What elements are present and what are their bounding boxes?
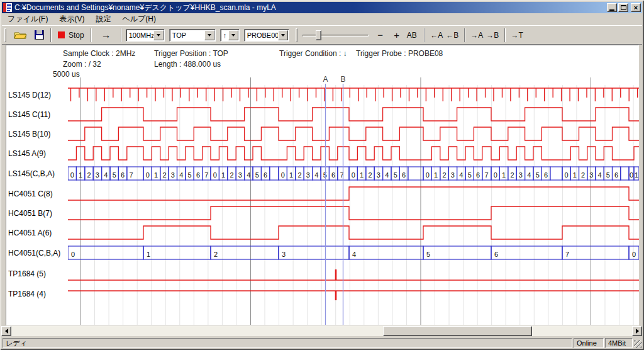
close-icon: × (634, 4, 638, 11)
goto-b-label: ←B (446, 31, 458, 40)
toolbar-grip[interactable] (4, 28, 6, 42)
toolbar-separator (50, 28, 52, 42)
status-online-text: Online (577, 339, 597, 347)
trigger-probe-select[interactable]: PROBE00 (244, 29, 289, 42)
goto-cursor-a-button[interactable]: ←A (429, 28, 445, 43)
minus-icon: − (377, 30, 383, 40)
stop-icon (58, 31, 65, 38)
minimize-button[interactable] (607, 3, 617, 12)
stop-label: Stop (69, 31, 84, 40)
trigger-position-value: TOP (172, 31, 204, 39)
goto-cursor-b-button[interactable]: ←B (445, 28, 460, 43)
dropdown-button[interactable] (153, 30, 164, 40)
arrow-right-icon (636, 329, 639, 334)
zoom-slider[interactable] (303, 28, 369, 42)
plus-icon: + (394, 30, 399, 40)
toolbar-separator (504, 28, 506, 42)
trigger-probe-value: PROBE00 (247, 31, 278, 39)
chevron-down-icon (208, 34, 211, 37)
chevron-down-icon (157, 34, 160, 37)
title-bar: C:¥Documents and Settings¥noname¥デスクトップ¥… (2, 2, 642, 13)
slider-track (303, 35, 369, 37)
set-cursor-a-button[interactable]: →A (469, 28, 485, 43)
chevron-down-icon (231, 34, 235, 37)
toolbar-grip[interactable] (296, 28, 297, 42)
menu-settings[interactable]: 設定 (90, 13, 116, 26)
run-arrow-icon: → (101, 30, 111, 41)
dropdown-button[interactable] (204, 30, 214, 40)
resize-grip[interactable] (634, 340, 642, 348)
open-folder-icon (14, 30, 27, 40)
goto-t-label: →T (511, 31, 523, 40)
sample-rate-value: 100MHz (129, 31, 153, 39)
menu-file[interactable]: ファイル(F) (2, 13, 53, 26)
ab-button[interactable]: AB (404, 28, 420, 43)
minimize-icon (609, 9, 614, 11)
scroll-right-button[interactable] (632, 326, 642, 336)
toolbar-separator (424, 28, 425, 42)
toolbar: Stop → 100MHz TOP ↑ PROBE00 − + AB ←A (2, 25, 642, 45)
scroll-left-button[interactable] (1, 326, 11, 336)
open-file-button[interactable] (11, 28, 30, 43)
status-bar: レディ Online 4MBit (2, 337, 642, 349)
scrollbar-thumb[interactable] (383, 326, 532, 336)
app-icon (3, 3, 12, 12)
status-ready: レディ (3, 338, 572, 348)
goto-trigger-button[interactable]: →T (509, 28, 525, 43)
save-floppy-icon (35, 30, 44, 40)
window-title: C:¥Documents and Settings¥noname¥デスクトップ¥… (14, 3, 606, 13)
menu-view[interactable]: 表示(V) (53, 13, 90, 26)
stop-button[interactable]: Stop (55, 28, 87, 43)
run-button[interactable]: → (96, 28, 117, 43)
status-memory: 4MBit (605, 338, 633, 348)
ab-label: AB (407, 31, 417, 40)
set-b-label: →B (486, 31, 499, 40)
menu-help[interactable]: ヘルプ(H) (116, 13, 162, 26)
waveform-client-area (6, 45, 639, 325)
dropdown-button[interactable] (278, 30, 288, 40)
trigger-edge-select[interactable]: ↑ (220, 29, 240, 42)
save-button[interactable] (32, 28, 47, 43)
chevron-down-icon (281, 34, 285, 37)
status-online: Online (574, 338, 604, 348)
close-button[interactable]: × (631, 3, 641, 12)
status-ready-text: レディ (6, 339, 27, 348)
sample-rate-select[interactable]: 100MHz (126, 29, 165, 42)
menu-bar: ファイル(F) 表示(V) 設定 ヘルプ(H) (2, 13, 642, 25)
maximize-icon (621, 5, 626, 10)
toolbar-separator (121, 28, 122, 42)
app-window: C:¥Documents and Settings¥noname¥デスクトップ¥… (0, 0, 644, 350)
zoom-in-button[interactable]: + (390, 28, 404, 43)
arrow-left-icon (5, 329, 8, 334)
zoom-out-button[interactable]: − (374, 28, 387, 43)
set-cursor-b-button[interactable]: →B (485, 28, 501, 43)
set-a-label: →A (470, 31, 483, 40)
status-memory-text: 4MBit (608, 339, 626, 347)
trigger-position-select[interactable]: TOP (169, 29, 216, 42)
goto-a-label: ←A (430, 31, 443, 40)
maximize-button[interactable] (618, 3, 628, 12)
trigger-edge-value: ↑ (223, 31, 228, 39)
horizontal-scrollbar[interactable] (1, 326, 642, 336)
toolbar-separator (464, 28, 465, 42)
toolbar-separator (91, 28, 92, 42)
slider-handle[interactable] (316, 30, 321, 40)
dropdown-button[interactable] (228, 30, 238, 40)
